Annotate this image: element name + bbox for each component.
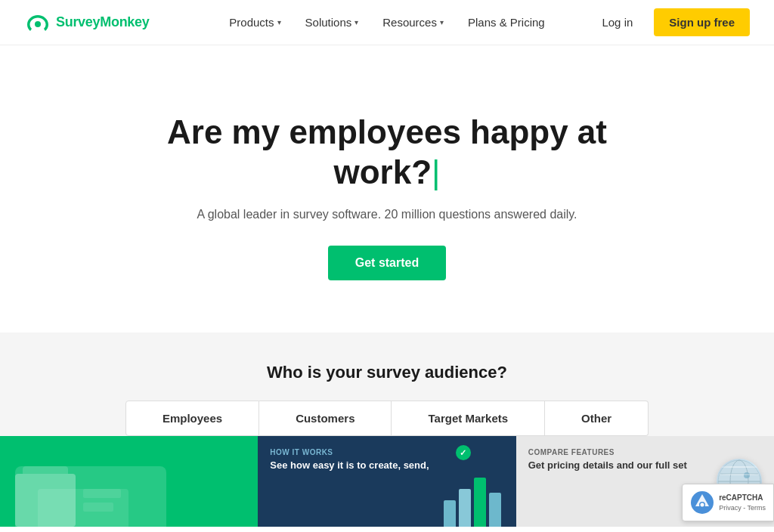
hero-title: Are my employees happy at work?| [122,113,652,193]
checkmark-icon: ✓ [456,445,471,460]
recaptcha-logo-icon [690,490,714,515]
nav-plans-pricing[interactable]: Plans & Pricing [459,10,554,35]
logo-text: SurveyMonkey [56,14,149,30]
svg-point-0 [35,21,41,27]
chevron-down-icon: ▾ [354,18,358,26]
svg-rect-4 [83,503,113,512]
login-button[interactable]: Log in [593,10,642,35]
signup-button[interactable]: Sign up free [654,8,750,36]
hero-subtitle: A global leader in survey software. 20 m… [197,208,577,221]
tab-customers[interactable]: Customers [259,401,392,436]
get-started-button[interactable]: Get started [328,246,446,280]
card-green[interactable] [0,436,258,527]
svg-rect-2 [23,466,68,527]
logo-icon [24,12,51,33]
logo[interactable]: SurveyMonkey [24,12,149,33]
card-blue[interactable]: HOW IT WORKS See how easy it is to creat… [258,436,515,527]
recaptcha-text: reCAPTCHA Privacy - Terms [719,493,766,513]
hero-section: Are my employees happy at work?| A globa… [0,45,774,332]
svg-point-10 [744,472,750,478]
chevron-down-icon: ▾ [440,18,444,26]
main-nav: Products ▾ Solutions ▾ Resources ▾ Plans… [220,10,553,35]
svg-point-13 [701,503,704,507]
audience-section: Who is your survey audience? Employees C… [0,332,774,436]
card-gray-label: COMPARE FEATURES [528,448,762,456]
svg-rect-3 [83,489,121,498]
header: SurveyMonkey Products ▾ Solutions ▾ Reso… [0,0,774,45]
tab-other[interactable]: Other [545,401,649,436]
card-blue-text: See how easy it is to create, send, [270,459,503,472]
audience-section-title: Who is your survey audience? [15,363,759,382]
bar-chart-decoration [444,474,501,527]
cursor: | [432,153,440,190]
nav-solutions[interactable]: Solutions ▾ [296,10,368,35]
recaptcha-badge: reCAPTCHA Privacy - Terms [682,484,774,521]
nav-resources[interactable]: Resources ▾ [373,10,453,35]
card-green-decoration [0,451,166,527]
nav-products[interactable]: Products ▾ [220,10,289,35]
tab-employees[interactable]: Employees [125,401,259,436]
chevron-down-icon: ▾ [277,18,281,26]
tab-target-markets[interactable]: Target Markets [392,401,545,436]
audience-tabs: Employees Customers Target Markets Other [15,401,759,436]
header-actions: Log in Sign up free [593,8,750,36]
cards-section: HOW IT WORKS See how easy it is to creat… [0,436,774,527]
